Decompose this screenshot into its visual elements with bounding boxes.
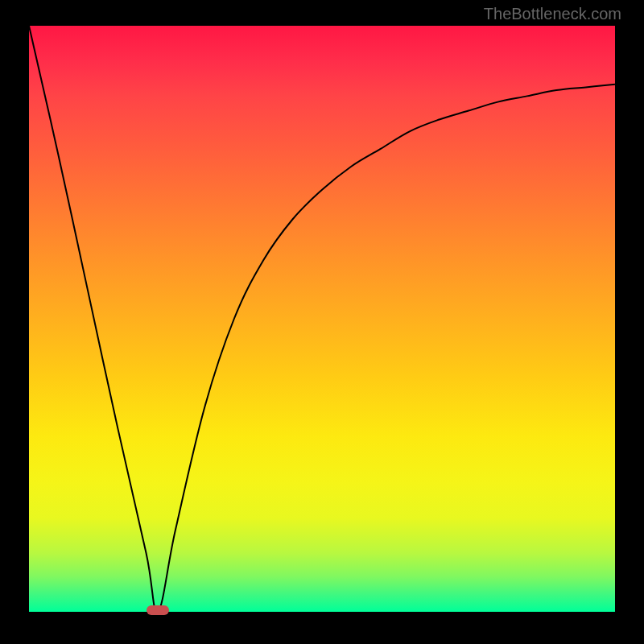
curve-svg: [29, 26, 615, 612]
chart-container: TheBottleneck.com: [0, 0, 644, 644]
bottleneck-curve-path: [29, 26, 615, 612]
watermark-text: TheBottleneck.com: [484, 5, 621, 23]
minimum-marker: [147, 605, 169, 615]
